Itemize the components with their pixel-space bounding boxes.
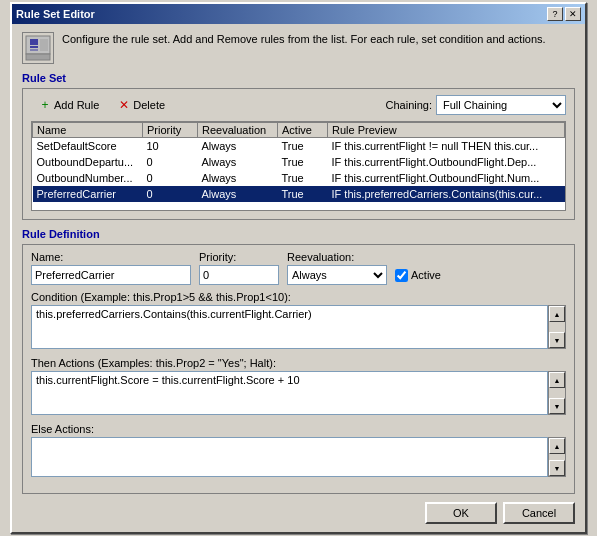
- add-icon: +: [38, 98, 52, 112]
- condition-label: Condition (Example: this.Prop1>5 && this…: [31, 291, 566, 303]
- then-scroll-down[interactable]: ▼: [549, 398, 565, 414]
- info-row: Configure the rule set. Add and Remove r…: [22, 32, 575, 64]
- delete-button[interactable]: ✕ Delete: [110, 95, 172, 115]
- name-field-group: Name:: [31, 251, 191, 285]
- condition-textarea[interactable]: [31, 305, 548, 349]
- svg-rect-3: [40, 39, 48, 51]
- table-row[interactable]: SetDefaultScore10AlwaysTrueIF this.curre…: [33, 138, 565, 154]
- info-text: Configure the rule set. Add and Remove r…: [62, 32, 575, 46]
- svg-rect-2: [30, 39, 38, 45]
- condition-container: ▲ ▼: [31, 305, 566, 351]
- rule-def-section: Name: Priority: Reevaluation: AlwaysNeve…: [22, 244, 575, 494]
- rule-set-section: + Add Rule ✕ Delete Chaining: Full Chain…: [22, 88, 575, 220]
- else-label: Else Actions:: [31, 423, 566, 435]
- reeval-select[interactable]: AlwaysNeverOn Change: [287, 265, 387, 285]
- col-reeval: Reevaluation: [198, 123, 278, 138]
- active-checkbox[interactable]: [395, 269, 408, 282]
- add-rule-button[interactable]: + Add Rule: [31, 95, 106, 115]
- col-name: Name: [33, 123, 143, 138]
- then-scrollbar[interactable]: ▲ ▼: [548, 371, 566, 415]
- rules-table-container: Name Priority Reevaluation Active Rule P…: [31, 121, 566, 211]
- svg-rect-1: [26, 54, 50, 60]
- rule-set-label: Rule Set: [22, 72, 575, 84]
- priority-field-group: Priority:: [199, 251, 279, 285]
- condition-scrollbar[interactable]: ▲ ▼: [548, 305, 566, 349]
- cancel-button[interactable]: Cancel: [503, 502, 575, 524]
- rule-def-fields-row: Name: Priority: Reevaluation: AlwaysNeve…: [31, 251, 566, 285]
- help-button[interactable]: ?: [547, 7, 563, 21]
- chaining-select[interactable]: Full ChainingSequentialNone: [436, 95, 566, 115]
- close-button[interactable]: ✕: [565, 7, 581, 21]
- rules-table: Name Priority Reevaluation Active Rule P…: [32, 122, 565, 202]
- bottom-buttons: OK Cancel: [22, 502, 575, 524]
- condition-scroll-down[interactable]: ▼: [549, 332, 565, 348]
- title-bar-buttons: ? ✕: [547, 7, 581, 21]
- else-textarea[interactable]: [31, 437, 548, 477]
- toolbar-row: + Add Rule ✕ Delete Chaining: Full Chain…: [31, 95, 566, 115]
- rule-def-label: Rule Definition: [22, 228, 575, 240]
- reeval-label: Reevaluation:: [287, 251, 387, 263]
- priority-label: Priority:: [199, 251, 279, 263]
- else-scroll-down[interactable]: ▼: [549, 460, 565, 476]
- col-priority: Priority: [143, 123, 198, 138]
- col-active: Active: [278, 123, 328, 138]
- ok-button[interactable]: OK: [425, 502, 497, 524]
- table-row[interactable]: OutboundDepartu...0AlwaysTrueIF this.cur…: [33, 154, 565, 170]
- rule-set-editor-window: Rule Set Editor ? ✕ Configure the rule s…: [10, 2, 587, 534]
- info-icon: [22, 32, 54, 64]
- then-scroll-up[interactable]: ▲: [549, 372, 565, 388]
- else-scrollbar[interactable]: ▲ ▼: [548, 437, 566, 477]
- priority-input[interactable]: [199, 265, 279, 285]
- active-checkbox-group: Active: [395, 269, 441, 282]
- else-scroll-up[interactable]: ▲: [549, 438, 565, 454]
- chaining-label: Chaining:: [386, 99, 432, 111]
- col-preview: Rule Preview: [328, 123, 565, 138]
- active-label: Active: [411, 269, 441, 281]
- then-label: Then Actions (Examples: this.Prop2 = "Ye…: [31, 357, 566, 369]
- then-container: ▲ ▼: [31, 371, 566, 417]
- window-title: Rule Set Editor: [16, 8, 95, 20]
- delete-icon: ✕: [117, 98, 131, 112]
- else-container: ▲ ▼: [31, 437, 566, 479]
- title-bar: Rule Set Editor ? ✕: [12, 4, 585, 24]
- name-input[interactable]: [31, 265, 191, 285]
- reeval-field-group: Reevaluation: AlwaysNeverOn Change: [287, 251, 387, 285]
- rules-table-scroll[interactable]: Name Priority Reevaluation Active Rule P…: [32, 122, 565, 210]
- name-label: Name:: [31, 251, 191, 263]
- table-row[interactable]: OutboundNumber...0AlwaysTrueIF this.curr…: [33, 170, 565, 186]
- condition-scroll-up[interactable]: ▲: [549, 306, 565, 322]
- window-content: Configure the rule set. Add and Remove r…: [12, 24, 585, 532]
- table-row[interactable]: PreferredCarrier0AlwaysTrueIF this.prefe…: [33, 186, 565, 202]
- then-textarea[interactable]: [31, 371, 548, 415]
